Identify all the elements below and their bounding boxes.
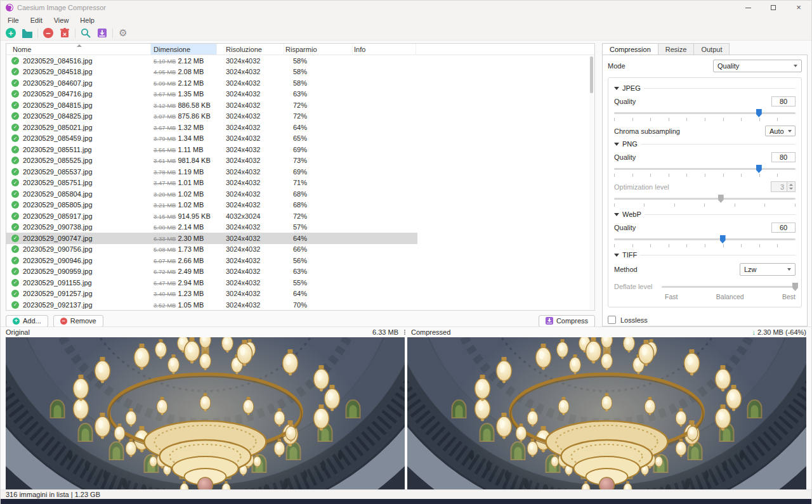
- table-row[interactable]: ✓20230529_085917.jpg 3.15 MB914.95 KB 40…: [6, 210, 417, 222]
- table-row[interactable]: ✓20230529_092137.jpg 3.52 MB1.05 MB 3024…: [6, 299, 417, 311]
- table-row[interactable]: ✓20230529_085805.jpg 3.21 MB1.02 MB 3024…: [6, 200, 417, 211]
- table-row[interactable]: ✓20230529_085459.jpg 3.79 MB1.34 MB 3024…: [6, 133, 417, 145]
- menu-edit[interactable]: Edit: [25, 15, 48, 25]
- deflate-level-slider[interactable]: [662, 282, 796, 291]
- add-button[interactable]: + Add...: [6, 315, 48, 327]
- table-row[interactable]: ✓20230529_085511.jpg 3.56 MB1.11 MB 3024…: [6, 144, 417, 155]
- settings-button[interactable]: ⚙: [115, 27, 131, 39]
- tiff-section-header[interactable]: TIFF: [614, 251, 796, 259]
- tab-output[interactable]: Output: [694, 43, 730, 55]
- slider-handle[interactable]: [718, 195, 724, 203]
- table-row[interactable]: ✓20230529_091257.jpg 3.40 MB1.23 MB 3024…: [6, 288, 417, 300]
- compress-button[interactable]: Compress: [539, 315, 595, 327]
- column-header-size[interactable]: Dimensione: [151, 44, 217, 55]
- minimize-button[interactable]: [735, 1, 761, 15]
- lossless-option[interactable]: Lossless: [608, 316, 802, 324]
- table-row[interactable]: ✓20230529_091155.jpg 6.47 MB2.94 MB 3024…: [6, 277, 417, 288]
- table-row[interactable]: ✓20230529_090738.jpg 5.00 MB2.14 MB 3024…: [6, 222, 417, 233]
- jpeg-quality-input[interactable]: [771, 96, 796, 107]
- compressed-size: 2.14 MB: [178, 223, 204, 231]
- jpeg-quality-slider[interactable]: [614, 108, 796, 117]
- png-section-header[interactable]: PNG: [614, 140, 796, 148]
- slider-handle[interactable]: [756, 109, 762, 117]
- chroma-subsampling-select[interactable]: Auto: [765, 126, 796, 136]
- column-header-info[interactable]: Info: [353, 44, 416, 55]
- table-scrollbar[interactable]: [589, 56, 594, 309]
- png-quality-slider[interactable]: [614, 164, 796, 173]
- file-name: 20230529_084516.jpg: [23, 57, 93, 65]
- check-circle-icon: ✓: [11, 223, 19, 231]
- tiff-section-title: TIFF: [622, 251, 637, 259]
- resolution: 3024x4032: [217, 301, 284, 309]
- check-circle-icon: ✓: [11, 190, 19, 198]
- compressed-size: 2.12 MB: [178, 79, 204, 87]
- chroma-subsampling-label: Chroma subsampling: [614, 127, 680, 135]
- table-row[interactable]: ✓20230529_085525.jpg 3.61 MB981.84 KB 30…: [6, 155, 417, 167]
- compressed-size: 2.49 MB: [178, 268, 204, 275]
- table-row[interactable]: ✓20230529_084825.jpg 3.07 MB875.86 KB 30…: [6, 111, 417, 122]
- png-optimization-slider[interactable]: [614, 194, 796, 203]
- menu-help[interactable]: Help: [74, 15, 100, 25]
- saving-percent: 55%: [284, 279, 353, 287]
- tab-resize[interactable]: Resize: [658, 43, 695, 55]
- compressed-preview-image[interactable]: [407, 337, 806, 489]
- file-name: 20230529_085511.jpg: [23, 146, 92, 153]
- clear-list-button[interactable]: ✕: [57, 27, 72, 39]
- add-files-button[interactable]: +: [3, 27, 18, 39]
- remove-file-button[interactable]: −: [41, 27, 56, 39]
- table-row[interactable]: ✓20230529_090946.jpg 6.07 MB2.66 MB 3024…: [6, 255, 417, 266]
- slider-handle[interactable]: [792, 283, 798, 291]
- table-row[interactable]: ✓20230529_084716.jpg 3.67 MB1.35 MB 3024…: [6, 89, 417, 100]
- webp-section-header[interactable]: WebP: [614, 210, 796, 218]
- file-table-body: ✓20230529_084516.jpg 5.10 MB2.12 MB 3024…: [6, 55, 594, 311]
- original-preview-image[interactable]: [6, 337, 405, 489]
- file-name: 20230529_085917.jpg: [23, 212, 93, 220]
- table-row[interactable]: ✓20230529_085751.jpg 3.47 MB1.01 MB 3024…: [6, 178, 417, 189]
- table-row[interactable]: ✓20230529_084815.jpg 3.12 MB886.58 KB 30…: [6, 100, 417, 111]
- table-row[interactable]: ✓20230529_090959.jpg 6.72 MB2.49 MB 3024…: [6, 266, 417, 278]
- png-optimization-spinbox[interactable]: 3: [771, 181, 796, 192]
- saving-percent: 69%: [284, 168, 353, 176]
- table-row[interactable]: ✓20230529_085804.jpg 3.20 MB1.02 MB 3024…: [6, 188, 417, 200]
- minus-circle-icon: −: [43, 28, 53, 38]
- title-bar[interactable]: Caesium Image Compressor ×: [1, 1, 811, 15]
- table-row[interactable]: ✓20230529_084607.jpg 5.09 MB2.12 MB 3024…: [6, 77, 417, 89]
- file-name: 20230529_084825.jpg: [23, 112, 93, 120]
- mode-select[interactable]: Quality: [713, 60, 802, 72]
- add-folder-button[interactable]: [20, 27, 35, 39]
- compress-toolbar-button[interactable]: [95, 27, 110, 39]
- table-row[interactable]: ✓20230529_085021.jpg 3.67 MB1.32 MB 3024…: [6, 122, 417, 133]
- table-row[interactable]: ✓20230529_085537.jpg 3.78 MB1.19 MB 3024…: [6, 166, 417, 178]
- table-scrollbar-thumb[interactable]: [590, 56, 593, 93]
- table-row[interactable]: ✓20230529_084516.jpg 5.10 MB2.12 MB 3024…: [6, 55, 417, 67]
- preview-button[interactable]: [78, 27, 93, 39]
- menu-view[interactable]: View: [48, 15, 75, 25]
- slider-handle[interactable]: [756, 165, 762, 173]
- saving-percent: 58%: [284, 68, 353, 75]
- compressed-size-value: 2.30 MB (-64%): [757, 328, 806, 336]
- slider-handle[interactable]: [720, 235, 726, 243]
- table-row[interactable]: ✓20230529_084518.jpg 4.95 MB2.08 MB 3024…: [6, 67, 417, 78]
- tiff-method-select[interactable]: Lzw: [740, 263, 796, 276]
- column-header-resolution[interactable]: Risoluzione: [217, 44, 284, 55]
- original-size: 6.72 MB: [154, 268, 176, 275]
- spinner-buttons[interactable]: [787, 181, 796, 192]
- jpeg-section-header[interactable]: JPEG: [614, 84, 796, 92]
- compressed-size: 2.12 MB: [178, 57, 204, 65]
- column-header-saving[interactable]: Risparmio: [284, 44, 353, 55]
- png-quality-input[interactable]: [771, 152, 796, 162]
- table-row[interactable]: ✓20230529_090747.jpg 6.33 MB2.30 MB 3024…: [6, 233, 417, 244]
- toolbar: + − ✕ ⚙: [1, 26, 811, 41]
- splitter-handle[interactable]: [402, 329, 407, 335]
- webp-quality-slider[interactable]: [614, 235, 796, 243]
- menu-file[interactable]: File: [2, 15, 25, 25]
- lossless-checkbox[interactable]: [608, 316, 616, 324]
- maximize-button[interactable]: [761, 1, 786, 15]
- table-row[interactable]: ✓20230529_090756.jpg 5.08 MB1.73 MB 3024…: [6, 244, 417, 255]
- compressed-size: 1.19 MB: [178, 168, 204, 176]
- close-button[interactable]: ×: [786, 1, 811, 15]
- tab-compression[interactable]: Compression: [602, 43, 658, 55]
- webp-quality-input[interactable]: [771, 223, 796, 233]
- original-size: 6.33 MB: [154, 235, 176, 242]
- remove-button[interactable]: − Remove: [53, 315, 103, 327]
